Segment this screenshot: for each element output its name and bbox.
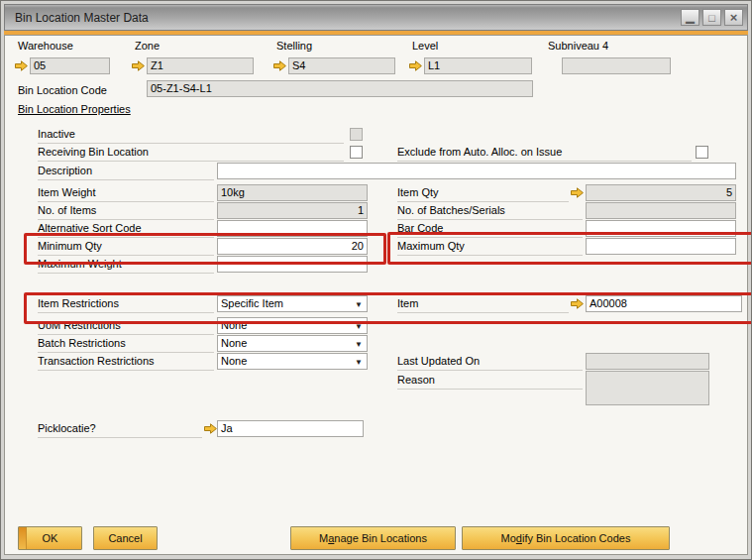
inactive-checkbox — [350, 128, 363, 141]
last-updated-on-field — [586, 353, 709, 370]
receiving-bin-location-label: Receiving Bin Location — [38, 145, 344, 162]
stelling-label: Stelling — [276, 39, 312, 53]
item-restrictions-value: Specific Item — [221, 297, 283, 309]
no-of-items-label: No. of Items — [38, 203, 214, 220]
item-restrictions-label: Item Restrictions — [38, 296, 214, 313]
warehouse-link-arrow-icon[interactable] — [15, 60, 28, 71]
dropdown-arrow-icon: ▼ — [355, 300, 363, 309]
stelling-link-arrow-icon[interactable] — [273, 60, 286, 71]
bin-location-code-label: Bin Location Code — [18, 83, 107, 97]
picklocatie-input[interactable]: Ja — [217, 420, 364, 437]
manage-bin-locations-label: Manage Bin Locations — [319, 532, 427, 544]
exclude-auto-alloc-checkbox[interactable] — [696, 146, 708, 159]
item-qty-field: 5 — [586, 184, 736, 201]
bin-location-code-field: 05-Z1-S4-L1 — [147, 80, 533, 97]
modify-bin-location-codes-label: Modify Bin Location Codes — [501, 532, 631, 544]
receiving-bin-location-checkbox[interactable] — [350, 146, 363, 159]
level-label: Level — [412, 39, 438, 53]
item-weight-label: Item Weight — [38, 185, 214, 202]
item-input[interactable]: A00008 — [586, 295, 742, 312]
description-input[interactable] — [217, 163, 736, 179]
no-of-batches-serials-field — [586, 202, 736, 219]
maximum-qty-input[interactable] — [586, 238, 736, 255]
item-restrictions-dropdown[interactable]: Specific Item ▼ — [217, 295, 368, 312]
minimum-qty-label: Minimum Qty — [38, 239, 214, 256]
picklocatie-link-arrow-icon[interactable] — [204, 423, 217, 434]
alternative-sort-code-input[interactable] — [217, 220, 368, 237]
reason-label: Reason — [397, 373, 583, 390]
item-weight-field: 10kg — [217, 184, 368, 201]
cancel-button[interactable]: Cancel — [93, 526, 158, 550]
item-qty-link-arrow-icon[interactable] — [571, 187, 584, 198]
dropdown-arrow-icon: ▼ — [355, 340, 363, 349]
batch-restrictions-value: None — [221, 337, 247, 349]
dropdown-arrow-icon: ▼ — [355, 358, 363, 367]
zone-link-arrow-icon[interactable] — [132, 60, 145, 71]
last-updated-on-label: Last Updated On — [397, 354, 583, 371]
reason-field — [586, 371, 709, 405]
zone-field: Z1 — [147, 57, 254, 74]
cancel-button-label: Cancel — [108, 532, 142, 544]
warehouse-label: Warehouse — [18, 39, 73, 53]
subniveau-label: Subniveau 4 — [548, 39, 608, 53]
batch-restrictions-dropdown[interactable]: None ▼ — [217, 335, 368, 352]
level-field: L1 — [424, 57, 532, 74]
item-qty-label: Item Qty — [397, 185, 569, 202]
section-title: Bin Location Properties — [18, 103, 131, 115]
dropdown-arrow-icon: ▼ — [355, 322, 363, 331]
no-of-batches-serials-label: No. of Batches/Serials — [397, 203, 583, 220]
zone-label: Zone — [135, 39, 160, 53]
bar-code-label: Bar Code — [397, 221, 583, 238]
transaction-restrictions-dropdown[interactable]: None ▼ — [217, 353, 368, 370]
uom-restrictions-dropdown[interactable]: None ▼ — [217, 317, 368, 334]
inactive-label: Inactive — [38, 127, 344, 144]
bar-code-input[interactable] — [586, 220, 736, 237]
stelling-field: S4 — [288, 57, 395, 74]
ok-button-label: OK — [43, 532, 58, 544]
transaction-restrictions-value: None — [221, 355, 247, 367]
minimum-qty-input[interactable]: 20 — [217, 238, 368, 255]
bin-location-master-data-window: Bin Location Master Data ▁ □ × Warehouse… — [0, 0, 752, 560]
maximum-weight-label: Maximum Weight — [38, 257, 214, 274]
alternative-sort-code-label: Alternative Sort Code — [38, 221, 214, 238]
ok-button[interactable]: OK — [18, 526, 82, 550]
transaction-restrictions-label: Transaction Restrictions — [38, 354, 214, 371]
description-label: Description — [38, 164, 214, 180]
no-of-items-field: 1 — [217, 202, 368, 219]
ok-button-accent — [19, 527, 27, 549]
manage-bin-locations-button[interactable]: Manage Bin Locations — [290, 526, 456, 550]
item-link-arrow-icon[interactable] — [571, 298, 584, 309]
uom-restrictions-value: None — [221, 319, 247, 331]
maximum-weight-input[interactable] — [217, 256, 368, 273]
modify-bin-location-codes-button[interactable]: Modify Bin Location Codes — [462, 526, 670, 550]
item-label: Item — [397, 296, 569, 313]
batch-restrictions-label: Batch Restrictions — [38, 336, 214, 353]
maximum-qty-label: Maximum Qty — [397, 239, 583, 256]
subniveau-field — [562, 57, 671, 74]
uom-restrictions-label: UoM Restrictions — [38, 318, 214, 335]
level-link-arrow-icon[interactable] — [409, 60, 422, 71]
picklocatie-label: Picklocatie? — [38, 421, 202, 438]
exclude-auto-alloc-label: Exclude from Auto. Alloc. on Issue — [397, 145, 692, 162]
warehouse-field: 05 — [30, 57, 110, 74]
